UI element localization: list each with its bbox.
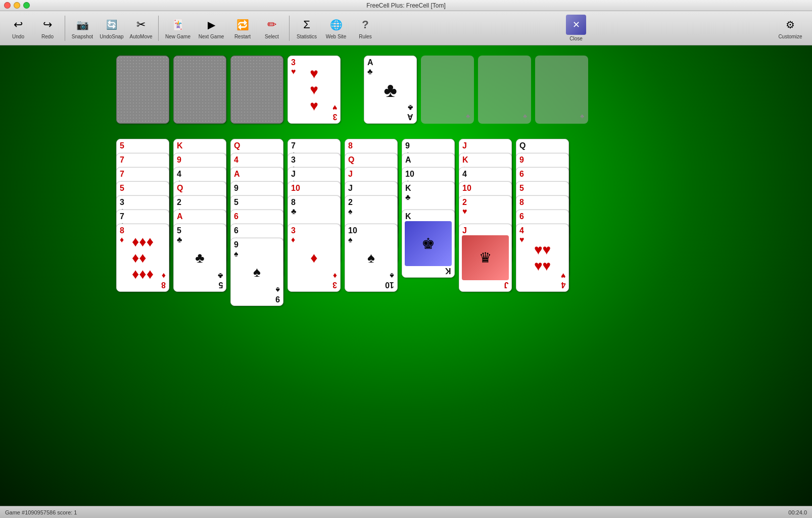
close-window-button[interactable]	[4, 2, 11, 9]
columns-zone: 5♥5♥♥ 7♥7♥♥ 7♦7♦♦ 5♦5♦♦ 3♣3♣♣ 7♣7♣♣ 8♦8♦…	[116, 139, 569, 341]
undo-button[interactable]: ↩ Undo	[4, 13, 32, 43]
snapshot-label: Snapshot	[72, 34, 93, 39]
card[interactable]: 4♥4♥♥♥♥♥	[516, 224, 569, 292]
card[interactable]: 5♣5♣♣	[173, 224, 226, 292]
automove-icon: ✂	[133, 17, 149, 33]
column-2: K♥K♥👑 9♦9♦♦ 4♣4♣♣ Q♥Q♥♛ 2♣2♣♣ A♥A♥♥ 5♣5♣…	[173, 139, 226, 341]
freecell-zone: 3♥ ♥♥♥ 3♥	[116, 56, 341, 124]
freecell-2[interactable]	[173, 56, 226, 124]
newgame-icon: 🃏	[170, 17, 186, 33]
card[interactable]: 3♦3♦♦	[288, 224, 341, 292]
undosnap-label: UndoSnap	[100, 34, 123, 39]
restart-button[interactable]: 🔁 Restart	[228, 13, 257, 43]
column-7: J♦J♦♦ K♦K♦♛ 4♠4♠♠ 10♦10♦♦ 2♥2♥♥ J♥ J♥ ♛	[459, 139, 512, 341]
close-icon: ✕	[566, 15, 586, 35]
column-8: Q♠Q♠♚ 9♥9♥♥ 6♥6♥♥ 5♥5♥♥ 8♥8♥♥ 6♦6♦♦ 4♥4♥…	[516, 139, 569, 341]
select-label: Select	[265, 34, 279, 39]
select-icon: ✏	[264, 17, 280, 33]
redo-icon: ↪	[39, 17, 56, 33]
card-br: A♣	[407, 103, 413, 121]
customize-button[interactable]: ⚙ Customize	[773, 13, 808, 43]
card[interactable]: K♠ K♠ ♚	[402, 210, 455, 278]
card[interactable]: 9♠9♠♠	[230, 238, 283, 306]
automove-label: AutoMove	[129, 34, 152, 39]
restart-label: Restart	[234, 34, 251, 39]
column-4: 7♣7♣♣ 3♣3♣♣ J♣J♣♣ 10♥10♥♥ 8♣8♣♣ 3♦3♦♦	[288, 139, 341, 341]
window-buttons	[4, 2, 30, 9]
card-tl: 3♥	[291, 58, 296, 76]
close-label: Close	[569, 36, 583, 41]
maximize-window-button[interactable]	[23, 2, 30, 9]
column-3: Q♦Q♦♦ 4♦4♦♦ A♦A♦♦ 9♠9♠♠ 5♠5♠♠ 6♦6♦♦ 6♠6♠…	[230, 139, 283, 341]
titlebar: FreeCell Plus: FreeCell [Tom]	[0, 0, 812, 11]
newgame-label: New Game	[165, 34, 190, 39]
card[interactable]: 10♠10♠♠	[345, 224, 398, 292]
statistics-button[interactable]: Σ Statistics	[293, 13, 321, 43]
close-button[interactable]: ✕ Close	[558, 13, 594, 43]
undo-icon: ↩	[10, 17, 26, 33]
card-br: 3♥	[332, 103, 338, 121]
nextgame-icon: ▶	[203, 17, 219, 33]
rules-label: Rules	[359, 34, 372, 39]
foundation-1-card[interactable]: A♣ ♣ A♣	[364, 56, 417, 124]
foundation-3[interactable]: ♣	[478, 56, 531, 124]
card-tl: A♣	[367, 58, 373, 76]
card[interactable]: J♥ J♥ ♛	[459, 224, 512, 292]
card-center: ♣	[384, 78, 397, 101]
customize-label: Customize	[778, 34, 802, 39]
toolbar-separator-3	[289, 16, 290, 41]
snapshot-icon: 📷	[74, 17, 90, 33]
window-title: FreeCell Plus: FreeCell [Tom]	[366, 2, 446, 9]
statusbar: Game #1090957586 score: 1 00:24.0	[0, 506, 812, 518]
freecell-1[interactable]	[116, 56, 169, 124]
rules-icon: ?	[357, 17, 373, 33]
redo-label: Redo	[41, 34, 54, 39]
foundation-2[interactable]: ♣	[421, 56, 474, 124]
restart-icon: 🔁	[234, 17, 251, 33]
undosnap-button[interactable]: 🔄 UndoSnap	[98, 13, 126, 43]
website-icon: 🌐	[328, 17, 344, 33]
nextgame-button[interactable]: ▶ Next Game	[195, 13, 227, 43]
game-time: 00:24.0	[788, 509, 807, 515]
game-info: Game #1090957586 score: 1	[5, 509, 77, 515]
select-button[interactable]: ✏ Select	[258, 13, 286, 43]
column-1: 5♥5♥♥ 7♥7♥♥ 7♦7♦♦ 5♦5♦♦ 3♣3♣♣ 7♣7♣♣ 8♦8♦…	[116, 139, 169, 341]
snapshot-button[interactable]: 📷 Snapshot	[68, 13, 97, 43]
toolbar-separator-2	[158, 16, 159, 41]
undo-label: Undo	[12, 34, 24, 39]
minimize-window-button[interactable]	[14, 2, 20, 9]
card-center: ♥♥♥	[310, 66, 318, 114]
freecell-4-card[interactable]: 3♥ ♥♥♥ 3♥	[288, 56, 341, 124]
statistics-icon: Σ	[299, 17, 315, 33]
column-6: 9♣9♣♣ A♠A♠♠ 10♣10♣♣ K♣K♣♛ K♠ K♠ ♚	[402, 139, 455, 341]
game-area: 3♥ ♥♥♥ 3♥ A♣ ♣ A♣ ♣ ♣ ♣ 5♥5♥♥	[0, 45, 812, 506]
foundation-4[interactable]: ♣	[535, 56, 588, 124]
foundation-zone: A♣ ♣ A♣ ♣ ♣ ♣	[364, 56, 588, 124]
automove-button[interactable]: ✂ AutoMove	[127, 13, 155, 43]
rules-button[interactable]: ? Rules	[351, 13, 379, 43]
freecell-3[interactable]	[230, 56, 283, 124]
customize-icon: ⚙	[782, 17, 798, 33]
website-label: Web Site	[326, 34, 346, 39]
website-button[interactable]: 🌐 Web Site	[322, 13, 350, 43]
newgame-button[interactable]: 🃏 New Game	[162, 13, 194, 43]
statistics-label: Statistics	[297, 34, 317, 39]
toolbar-separator-1	[65, 16, 65, 41]
card[interactable]: 8♦8♦♦♦♦♦♦♦♦♦	[116, 224, 169, 292]
column-5: 8♥8♥♥ Q♥Q♥♛ J♥J♥♛ J♠J♠♠ 2♠2♠♠ 10♠10♠♠	[345, 139, 398, 341]
redo-button[interactable]: ↪ Redo	[33, 13, 62, 43]
nextgame-label: Next Game	[199, 34, 224, 39]
undosnap-icon: 🔄	[104, 17, 120, 33]
toolbar: ↩ Undo ↪ Redo 📷 Snapshot 🔄 UndoSnap ✂ Au…	[0, 11, 812, 45]
